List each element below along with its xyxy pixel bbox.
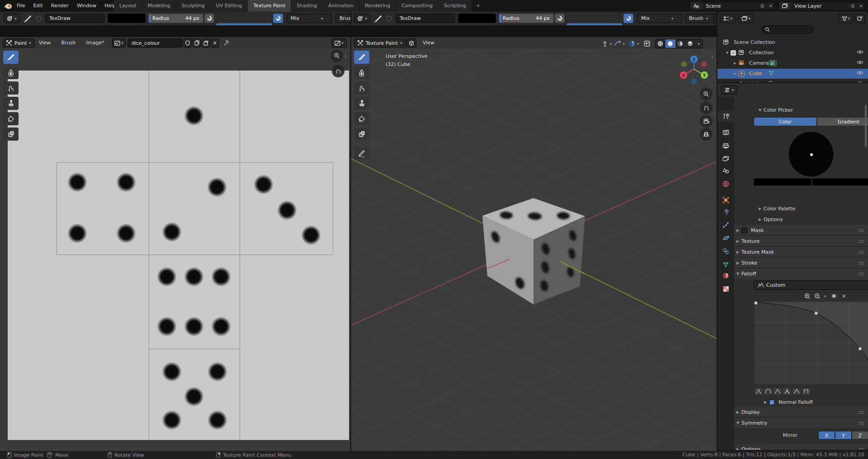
mask-panel-header[interactable]: ▶ Mask xyxy=(734,225,868,236)
outliner-filter-icon[interactable]: ▾ xyxy=(839,14,853,23)
workspace-tab-texture-paint[interactable]: Texture Paint xyxy=(248,0,291,12)
brush-options-panel-header[interactable]: ▶ Options xyxy=(751,214,868,224)
outliner-row-collection[interactable]: ▼✓Collection xyxy=(717,48,868,58)
properties-tab-texture[interactable] xyxy=(717,283,734,295)
panel-drag-handle[interactable] xyxy=(859,240,864,243)
blender-logo-icon[interactable] xyxy=(4,2,12,9)
pivot-point-icon[interactable] xyxy=(601,40,609,47)
curve-zoom-out-icon[interactable] xyxy=(814,293,821,299)
dice-texture-canvas[interactable] xyxy=(8,71,349,440)
preset-smooth-icon[interactable] xyxy=(754,388,763,395)
display-panel-header[interactable]: ▶Display xyxy=(734,407,868,417)
visibility-eye-icon[interactable] xyxy=(857,50,863,54)
outliner-row-light[interactable]: ▶Light xyxy=(717,79,868,82)
texture-panel-header[interactable]: ▶Texture xyxy=(734,236,868,246)
preset-round-icon[interactable] xyxy=(764,388,773,395)
panel-drag-handle[interactable] xyxy=(859,448,864,450)
panel-drag-handle[interactable] xyxy=(859,411,864,414)
show-gizmo-icon[interactable] xyxy=(643,40,651,47)
preset-sharp-icon[interactable] xyxy=(783,388,792,395)
delete-scene-icon[interactable]: ✕ xyxy=(766,3,774,9)
scene-name[interactable]: Scene xyxy=(702,3,758,9)
image-name-field[interactable]: dice_colour xyxy=(127,38,183,47)
viewport-annotate-tool-button[interactable] xyxy=(354,147,369,160)
snap-icon[interactable] xyxy=(613,40,622,47)
properties-tab-render[interactable] xyxy=(717,126,734,138)
new-view-layer-icon[interactable]: ⧉ xyxy=(849,3,857,9)
color-mode-button[interactable]: Color xyxy=(754,117,817,126)
expander-down-icon[interactable]: ▼ xyxy=(726,51,728,55)
pivot-dropdown-caret[interactable]: ▾ xyxy=(610,42,612,46)
viewport-ortho-grid-icon[interactable] xyxy=(700,128,712,141)
viewport-3d-area[interactable]: User Perspective (32) Cube Z X Y xyxy=(351,49,717,459)
properties-filter-icon[interactable]: ▾ xyxy=(721,85,737,95)
gradient-mode-button[interactable]: Gradient xyxy=(817,117,868,126)
gizmo-y-negative[interactable] xyxy=(681,62,687,67)
proportional-falloff-icon[interactable] xyxy=(628,40,636,47)
shading-material-icon[interactable] xyxy=(675,39,685,48)
properties-tab-output[interactable] xyxy=(717,140,734,151)
properties-tab-tool[interactable] xyxy=(717,110,734,122)
display-channels-icon[interactable]: ▾ xyxy=(331,38,347,47)
visibility-eye-icon[interactable] xyxy=(857,60,863,65)
properties-tab-material[interactable] xyxy=(717,270,734,281)
viewport-draw-tool-button[interactable] xyxy=(354,51,369,64)
panel-drag-handle[interactable] xyxy=(859,229,864,232)
properties-tab-modifiers[interactable] xyxy=(717,206,734,218)
panel-drag-handle[interactable] xyxy=(859,251,864,254)
viewport-zoom-icon[interactable] xyxy=(700,88,712,100)
shading-wireframe-icon[interactable] xyxy=(656,39,665,48)
curve-control-point[interactable] xyxy=(755,302,757,304)
curve-delete-icon[interactable]: ✕ xyxy=(842,293,846,299)
navigation-gizmo[interactable]: Z X Y xyxy=(678,53,710,85)
visibility-eye-icon[interactable] xyxy=(857,81,863,82)
image-clone-tool-button[interactable] xyxy=(3,97,19,110)
menu-image[interactable]: Image* xyxy=(82,37,109,49)
workspace-tab-shading[interactable]: Shading xyxy=(291,0,323,12)
properties-tab-constraints[interactable] xyxy=(717,245,734,257)
menu-render[interactable]: Render xyxy=(47,0,73,12)
mask-checkbox[interactable] xyxy=(741,227,747,233)
new-collection-icon[interactable] xyxy=(855,14,865,23)
outliner-row-scene-collection[interactable]: Scene Collection xyxy=(717,38,868,47)
new-image-copy-icon[interactable] xyxy=(193,38,201,47)
image-editor-mode-dropdown[interactable]: Paint ▾ xyxy=(3,38,35,47)
menu-edit[interactable]: Edit xyxy=(29,0,47,12)
falloff-preset-dropdown[interactable]: Custom ▾ xyxy=(754,280,868,290)
outliner-row-cube[interactable]: ▶Cube xyxy=(717,69,868,79)
secondary-color-swatch[interactable] xyxy=(812,178,868,186)
shading-dropdown-caret[interactable]: ▾ xyxy=(695,39,703,48)
color-wheel[interactable] xyxy=(788,132,834,177)
pan-hand-icon[interactable] xyxy=(332,65,344,77)
curve-control-point[interactable] xyxy=(815,312,817,315)
menu-view[interactable]: View xyxy=(34,37,55,49)
fake-user-shield-icon[interactable] xyxy=(184,38,192,47)
panel-drag-handle[interactable] xyxy=(859,272,864,275)
new-scene-icon[interactable]: ⧉ xyxy=(758,3,766,9)
viewport-soften-tool-button[interactable] xyxy=(354,66,369,79)
normal-falloff-panel-header[interactable]: ▶ ✓ Normal Falloff xyxy=(751,397,868,407)
snap-dropdown-caret[interactable]: ▾ xyxy=(623,42,625,46)
curve-zoom-in-icon[interactable] xyxy=(804,293,811,299)
shading-solid-icon[interactable] xyxy=(665,39,675,48)
image-draw-tool-button[interactable] xyxy=(3,51,19,64)
collection-checkbox[interactable]: ✓ xyxy=(731,50,736,56)
properties-tab-object-data[interactable] xyxy=(717,259,734,270)
dice-cube[interactable] xyxy=(482,198,585,304)
expander-right-icon[interactable]: ▶ xyxy=(734,62,736,65)
options-panel-header[interactable]: ▶Options xyxy=(734,444,868,450)
image-editor-canvas-area[interactable]: ‹ xyxy=(0,49,350,459)
outliner-row-camera[interactable]: ▶Camera xyxy=(717,58,868,68)
viewport-clone-tool-button[interactable] xyxy=(354,97,369,110)
menu-file[interactable]: File xyxy=(13,0,29,12)
viewport-smear-tool-button[interactable] xyxy=(354,81,369,95)
collapse-sidebar-icon[interactable]: ‹ xyxy=(344,53,346,58)
gizmo-z-negative[interactable] xyxy=(691,79,697,85)
preset-constant-icon[interactable] xyxy=(802,388,811,395)
shading-rendered-icon[interactable] xyxy=(685,39,695,48)
add-workspace-button[interactable]: + xyxy=(472,0,484,12)
viewport-collapse-sidebar-icon[interactable]: ‹ xyxy=(712,54,713,59)
menu-window[interactable]: Window xyxy=(73,0,100,12)
panel-drag-handle[interactable] xyxy=(859,421,864,425)
falloff-panel-header[interactable]: ▼Falloff xyxy=(734,269,868,279)
